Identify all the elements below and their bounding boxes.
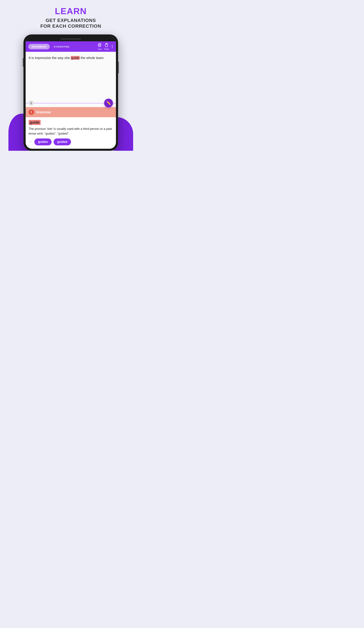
phone-notch bbox=[26, 37, 116, 41]
grammar-card-header: 1 Grammar bbox=[26, 107, 116, 117]
copy-button[interactable]: Copy bbox=[97, 43, 102, 50]
edit-fab-button[interactable]: ✏️ bbox=[104, 99, 113, 107]
tab-grammar[interactable]: GRAMMAR bbox=[28, 44, 50, 49]
more-dot-3 bbox=[112, 47, 113, 48]
copy-icon bbox=[98, 43, 102, 48]
text-area[interactable]: It is impressive the way she guide the w… bbox=[26, 52, 116, 99]
phone-wrapper: GRAMMAR SYNONYMS Copy bbox=[18, 35, 123, 151]
more-dot-2 bbox=[112, 46, 113, 47]
app-bar: GRAMMAR SYNONYMS Copy bbox=[26, 41, 116, 52]
paste-label: Paste bbox=[104, 48, 109, 50]
tab-synonyms[interactable]: SYNONYMS bbox=[51, 44, 72, 49]
page-subtitle: GET EXPLANATIONS FOR EACH CORRECTION bbox=[40, 17, 101, 29]
grammar-badge: 1 bbox=[29, 109, 34, 115]
paste-icon bbox=[105, 43, 109, 48]
arrow-icon: → bbox=[29, 140, 32, 144]
grammar-card: 1 Grammar guide The pronoun 'she' is usu… bbox=[26, 107, 116, 149]
divider-row: 1 ✏️ bbox=[26, 99, 116, 107]
notch-bar bbox=[61, 38, 81, 40]
phone-screen: GRAMMAR SYNONYMS Copy bbox=[26, 37, 116, 149]
page-title: LEARN bbox=[40, 6, 101, 16]
error-word: guide bbox=[29, 120, 41, 125]
text-before-highlight: It is impressive the way she bbox=[29, 56, 71, 60]
grammar-title: Grammar bbox=[36, 110, 51, 114]
copy-label: Copy bbox=[97, 48, 102, 50]
suggestions-row: → guides guided bbox=[29, 139, 113, 146]
explanation-text: The pronoun 'she' is usually used with a… bbox=[29, 127, 113, 136]
grammar-card-body: guide The pronoun 'she' is usually used … bbox=[26, 117, 116, 149]
suggestion-guides-button[interactable]: guides bbox=[34, 139, 52, 145]
text-after-highlight: the whole team. bbox=[80, 56, 105, 60]
more-button[interactable] bbox=[111, 44, 113, 49]
phone-frame: GRAMMAR SYNONYMS Copy bbox=[24, 35, 118, 151]
paste-button[interactable]: Paste bbox=[104, 43, 109, 50]
edit-icon: ✏️ bbox=[106, 101, 111, 105]
suggestion-guided-button[interactable]: guided bbox=[54, 139, 71, 145]
more-dot-1 bbox=[112, 45, 113, 46]
page-header: LEARN GET EXPLANATIONS FOR EACH CORRECTI… bbox=[37, 0, 105, 33]
highlighted-word: guide bbox=[71, 56, 80, 60]
svg-rect-0 bbox=[99, 43, 101, 46]
divider-line bbox=[26, 103, 116, 103]
svg-rect-1 bbox=[98, 44, 100, 47]
divider-badge: 1 bbox=[29, 100, 34, 106]
